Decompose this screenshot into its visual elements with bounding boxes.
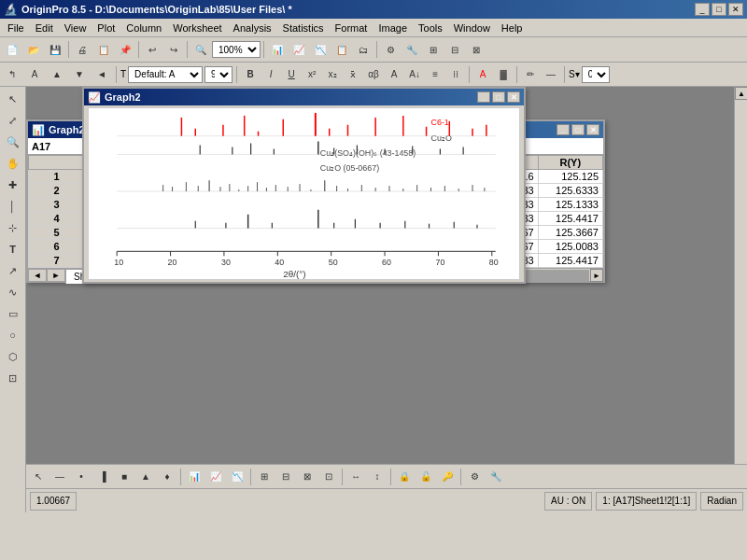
bottom-btn21[interactable]: 🔧 [486, 467, 506, 487]
fill-button[interactable]: ▓ [494, 65, 513, 84]
bottom-btn4[interactable]: ▐ [92, 467, 113, 487]
magnify-tool[interactable]: 🔍 [3, 132, 23, 152]
polygon-tool[interactable]: ⬡ [3, 346, 23, 367]
menu-edit[interactable]: Edit [30, 21, 59, 35]
underline-button[interactable]: U [282, 65, 301, 84]
rect-tool[interactable]: ▭ [3, 303, 23, 324]
zoom-in-button[interactable]: 🔍 [190, 39, 211, 60]
upcase-button[interactable]: Α [385, 65, 403, 84]
format-btn2[interactable]: ▲ [47, 64, 67, 85]
xrd-plot-area[interactable]: C6-1 Cu₂O Cu₄(SO₄)(OH)₆ (43-1458) Cu₂O (… [88, 107, 520, 280]
row-number[interactable]: 1 [29, 170, 85, 184]
curve-tool[interactable]: ∿ [3, 282, 23, 302]
row-number[interactable]: 4 [29, 212, 85, 226]
bottom-btn9[interactable]: 📈 [205, 467, 226, 487]
data-reader[interactable]: │ [3, 196, 23, 217]
bottom-btn19[interactable]: 🔑 [437, 467, 458, 487]
scroll-left-button[interactable]: ◄ [28, 269, 47, 282]
graph-btn3[interactable]: 📉 [310, 39, 331, 60]
superscript-button[interactable]: x² [303, 65, 321, 84]
subscript-button[interactable]: x₂ [323, 65, 342, 84]
bottom-btn12[interactable]: ⊟ [275, 467, 296, 487]
graph-btn2[interactable]: 📈 [289, 39, 309, 60]
vertical-scrollbar[interactable]: ▲ ▼ [734, 87, 747, 512]
bottom-btn6[interactable]: ▲ [135, 467, 156, 487]
arrow-tool[interactable]: ↗ [3, 260, 23, 281]
format-btn4[interactable]: ◄ [92, 64, 112, 85]
menu-plot[interactable]: Plot [92, 21, 120, 35]
menu-column[interactable]: Column [120, 21, 167, 35]
copy-button[interactable]: 📋 [93, 39, 114, 60]
arrow-btn[interactable]: ↰ [2, 64, 22, 85]
scroll-right-button[interactable]: ► [47, 269, 65, 282]
graph-btn4[interactable]: 📋 [331, 39, 352, 60]
data-cell[interactable]: 125.6333 [538, 184, 602, 198]
tool-btn3[interactable]: ⊞ [423, 39, 444, 60]
open-button[interactable]: 📂 [23, 39, 44, 60]
data-cell[interactable]: 125.3667 [538, 226, 602, 240]
hscroll-right[interactable]: ► [590, 269, 603, 282]
save-button[interactable]: 💾 [45, 39, 65, 60]
data-cell[interactable]: 125.4417 [538, 254, 602, 268]
row-number[interactable]: 5 [29, 226, 85, 240]
zoom-tool[interactable]: ⤢ [3, 110, 23, 131]
data-cell[interactable]: 125.4417 [538, 212, 602, 226]
color-button[interactable]: A [473, 65, 492, 84]
pointer-tool[interactable]: ↖ [3, 89, 23, 109]
menu-window[interactable]: Window [448, 21, 496, 35]
graph-window-controls[interactable]: _ □ ✕ [477, 91, 520, 103]
graph-restore[interactable]: □ [492, 91, 505, 103]
bottom-btn10[interactable]: 📉 [227, 467, 247, 487]
menu-tools[interactable]: Tools [413, 21, 448, 35]
ws-restore[interactable]: □ [571, 124, 585, 135]
bottom-btn18[interactable]: 🔓 [416, 467, 436, 487]
ellipse-tool[interactable]: ○ [3, 325, 23, 345]
bottom-btn16[interactable]: ↕ [367, 467, 388, 487]
menu-worksheet[interactable]: Worksheet [167, 21, 227, 35]
minimize-button[interactable]: _ [695, 3, 710, 16]
graph-close[interactable]: ✕ [507, 91, 520, 103]
window-controls[interactable]: _ □ ✕ [695, 3, 743, 16]
graph-minimize[interactable]: _ [477, 91, 490, 103]
bottom-btn13[interactable]: ⊠ [297, 467, 317, 487]
row-number[interactable]: 2 [29, 184, 85, 198]
zoom-select[interactable]: 100% 75% 50% 150% [212, 41, 261, 58]
print-button[interactable]: 🖨 [72, 39, 92, 60]
tool-btn2[interactable]: 🔧 [402, 39, 422, 60]
tool-btn4[interactable]: ⊟ [444, 39, 465, 60]
undo-button[interactable]: ↩ [142, 39, 162, 60]
restore-button[interactable]: □ [712, 3, 726, 16]
bottom-btn11[interactable]: ⊞ [254, 467, 275, 487]
ws-minimize[interactable]: _ [557, 124, 570, 135]
menu-image[interactable]: Image [373, 21, 413, 35]
data-cell[interactable]: 125.0083 [538, 240, 602, 254]
tool-btn1[interactable]: ⚙ [380, 39, 401, 60]
menu-help[interactable]: Help [496, 21, 529, 35]
menu-file[interactable]: File [2, 21, 30, 35]
paste-button[interactable]: 📌 [115, 39, 135, 60]
bottom-btn17[interactable]: 🔒 [394, 467, 415, 487]
close-button[interactable]: ✕ [728, 3, 743, 16]
data-cell[interactable]: 125.125 [538, 170, 602, 184]
pen-button[interactable]: ✏ [521, 65, 540, 84]
graph-btn1[interactable]: 📊 [267, 39, 288, 60]
ws-close[interactable]: ✕ [586, 124, 599, 135]
row-number[interactable]: 6 [29, 240, 85, 254]
align-button[interactable]: ≡ [426, 65, 444, 84]
scroll-track[interactable] [735, 100, 747, 499]
bottom-btn20[interactable]: ⚙ [464, 467, 485, 487]
bottom-btn14[interactable]: ⊡ [318, 467, 339, 487]
format-btn3[interactable]: ▼ [69, 64, 90, 85]
line-button[interactable]: — [542, 65, 560, 84]
scroll-up-button[interactable]: ▲ [735, 87, 747, 100]
strikethrough-button[interactable]: x̄ [344, 65, 362, 84]
row-number[interactable]: 7 [29, 254, 85, 268]
downcase-button[interactable]: Α↓ [405, 65, 424, 84]
bottom-btn5[interactable]: ■ [114, 467, 134, 487]
bottom-btn7[interactable]: ♦ [157, 467, 177, 487]
text-tool[interactable]: T [3, 239, 23, 259]
graph-title-bar[interactable]: 📈 Graph2 _ □ ✕ [84, 89, 524, 105]
tool-btn5[interactable]: ⊠ [466, 39, 486, 60]
ws-window-controls[interactable]: _ □ ✕ [557, 124, 599, 135]
graph-window[interactable]: 📈 Graph2 _ □ ✕ C6-1 Cu₂O Cu₄(SO₄)(OH) [82, 87, 526, 284]
